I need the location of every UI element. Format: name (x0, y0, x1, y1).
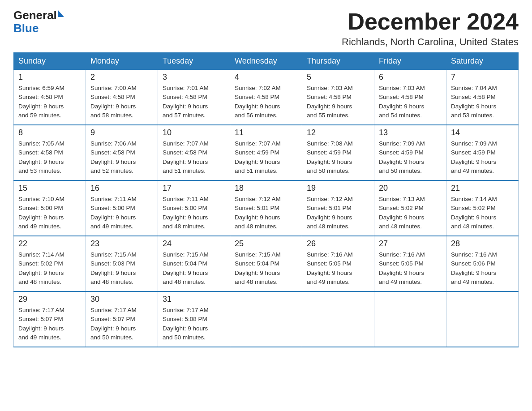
day-number: 6 (379, 73, 442, 82)
day-detail: Sunrise: 7:12 AMSunset: 5:01 PMDaylight:… (307, 195, 369, 231)
day-cell-31: 31Sunrise: 7:17 AMSunset: 5:08 PMDayligh… (158, 291, 230, 347)
day-detail: Sunrise: 7:17 AMSunset: 5:08 PMDaylight:… (163, 306, 225, 342)
day-cell-2: 2Sunrise: 7:00 AMSunset: 4:58 PMDaylight… (86, 70, 158, 125)
logo-blue: Blue (13, 22, 39, 35)
day-number: 2 (90, 73, 153, 82)
day-number: 26 (307, 239, 369, 248)
day-cell-15: 15Sunrise: 7:10 AMSunset: 5:00 PMDayligh… (14, 180, 86, 236)
day-detail: Sunrise: 7:09 AMSunset: 4:59 PMDaylight:… (379, 139, 442, 176)
week-row-1: 1Sunrise: 6:59 AMSunset: 4:58 PMDaylight… (14, 70, 519, 125)
week-row-5: 29Sunrise: 7:17 AMSunset: 5:07 PMDayligh… (14, 291, 519, 347)
weekday-header-friday: Friday (374, 53, 446, 70)
day-number: 23 (90, 239, 153, 248)
day-number: 13 (379, 128, 442, 137)
day-number: 30 (90, 295, 153, 304)
day-cell-26: 26Sunrise: 7:16 AMSunset: 5:05 PMDayligh… (302, 236, 374, 291)
calendar-table: SundayMondayTuesdayWednesdayThursdayFrid… (13, 52, 519, 347)
day-cell-13: 13Sunrise: 7:09 AMSunset: 4:59 PMDayligh… (374, 125, 446, 180)
logo: General Blue (13, 9, 64, 34)
day-cell-1: 1Sunrise: 6:59 AMSunset: 4:58 PMDaylight… (14, 70, 86, 125)
day-cell-22: 22Sunrise: 7:14 AMSunset: 5:02 PMDayligh… (14, 236, 86, 291)
day-cell-27: 27Sunrise: 7:16 AMSunset: 5:05 PMDayligh… (374, 236, 446, 291)
day-cell-25: 25Sunrise: 7:15 AMSunset: 5:04 PMDayligh… (230, 236, 302, 291)
day-cell-17: 17Sunrise: 7:11 AMSunset: 5:00 PMDayligh… (158, 180, 230, 236)
day-detail: Sunrise: 7:06 AMSunset: 4:58 PMDaylight:… (90, 139, 153, 176)
day-cell-24: 24Sunrise: 7:15 AMSunset: 5:04 PMDayligh… (158, 236, 230, 291)
weekday-header-tuesday: Tuesday (158, 53, 230, 70)
day-cell-19: 19Sunrise: 7:12 AMSunset: 5:01 PMDayligh… (302, 180, 374, 236)
day-detail: Sunrise: 7:09 AMSunset: 4:59 PMDaylight:… (451, 139, 514, 176)
weekday-header-thursday: Thursday (302, 53, 374, 70)
day-number: 14 (451, 128, 514, 137)
day-detail: Sunrise: 7:03 AMSunset: 4:58 PMDaylight:… (307, 84, 369, 120)
day-cell-21: 21Sunrise: 7:14 AMSunset: 5:02 PMDayligh… (446, 180, 519, 236)
month-title: December 2024 (342, 9, 519, 34)
page-header: General Blue December 2024 Richlands, No… (13, 9, 519, 48)
day-number: 22 (18, 239, 81, 248)
day-detail: Sunrise: 7:05 AMSunset: 4:58 PMDaylight:… (18, 139, 81, 176)
day-cell-9: 9Sunrise: 7:06 AMSunset: 4:58 PMDaylight… (86, 125, 158, 180)
day-number: 19 (307, 184, 369, 193)
day-detail: Sunrise: 6:59 AMSunset: 4:58 PMDaylight:… (18, 84, 81, 120)
day-number: 21 (451, 184, 514, 193)
day-cell-30: 30Sunrise: 7:17 AMSunset: 5:07 PMDayligh… (86, 291, 158, 347)
day-detail: Sunrise: 7:13 AMSunset: 5:02 PMDaylight:… (379, 195, 442, 231)
day-detail: Sunrise: 7:15 AMSunset: 5:03 PMDaylight:… (90, 250, 153, 287)
weekday-header-row: SundayMondayTuesdayWednesdayThursdayFrid… (14, 53, 519, 70)
weekday-header-monday: Monday (86, 53, 158, 70)
day-detail: Sunrise: 7:00 AMSunset: 4:58 PMDaylight:… (90, 84, 153, 120)
day-number: 7 (451, 73, 514, 82)
day-number: 11 (235, 128, 297, 137)
day-number: 20 (379, 184, 442, 193)
week-row-2: 8Sunrise: 7:05 AMSunset: 4:58 PMDaylight… (14, 125, 519, 180)
day-cell-23: 23Sunrise: 7:15 AMSunset: 5:03 PMDayligh… (86, 236, 158, 291)
weekday-header-wednesday: Wednesday (230, 53, 302, 70)
title-area: December 2024 Richlands, North Carolina,… (342, 9, 519, 48)
day-detail: Sunrise: 7:10 AMSunset: 5:00 PMDaylight:… (18, 195, 81, 231)
day-cell-11: 11Sunrise: 7:07 AMSunset: 4:59 PMDayligh… (230, 125, 302, 180)
day-cell-29: 29Sunrise: 7:17 AMSunset: 5:07 PMDayligh… (14, 291, 86, 347)
day-number: 12 (307, 128, 369, 137)
day-detail: Sunrise: 7:01 AMSunset: 4:58 PMDaylight:… (163, 84, 225, 120)
day-detail: Sunrise: 7:15 AMSunset: 5:04 PMDaylight:… (163, 250, 225, 287)
empty-cell (302, 291, 374, 347)
day-cell-10: 10Sunrise: 7:07 AMSunset: 4:58 PMDayligh… (158, 125, 230, 180)
day-cell-5: 5Sunrise: 7:03 AMSunset: 4:58 PMDaylight… (302, 70, 374, 125)
day-cell-3: 3Sunrise: 7:01 AMSunset: 4:58 PMDaylight… (158, 70, 230, 125)
day-detail: Sunrise: 7:07 AMSunset: 4:58 PMDaylight:… (163, 139, 225, 176)
location-subtitle: Richlands, North Carolina, United States (342, 36, 519, 48)
day-cell-16: 16Sunrise: 7:11 AMSunset: 5:00 PMDayligh… (86, 180, 158, 236)
empty-cell (374, 291, 446, 347)
day-number: 29 (18, 295, 81, 304)
day-detail: Sunrise: 7:16 AMSunset: 5:05 PMDaylight:… (307, 250, 369, 287)
logo-triangle-icon (58, 10, 64, 17)
day-number: 24 (163, 239, 225, 248)
day-detail: Sunrise: 7:03 AMSunset: 4:58 PMDaylight:… (379, 84, 442, 120)
day-detail: Sunrise: 7:14 AMSunset: 5:02 PMDaylight:… (451, 195, 514, 231)
day-cell-7: 7Sunrise: 7:04 AMSunset: 4:58 PMDaylight… (446, 70, 519, 125)
day-detail: Sunrise: 7:02 AMSunset: 4:58 PMDaylight:… (235, 84, 297, 120)
day-cell-18: 18Sunrise: 7:12 AMSunset: 5:01 PMDayligh… (230, 180, 302, 236)
day-number: 17 (163, 184, 225, 193)
day-cell-12: 12Sunrise: 7:08 AMSunset: 4:59 PMDayligh… (302, 125, 374, 180)
day-detail: Sunrise: 7:11 AMSunset: 5:00 PMDaylight:… (90, 195, 153, 231)
day-cell-28: 28Sunrise: 7:16 AMSunset: 5:06 PMDayligh… (446, 236, 519, 291)
day-cell-4: 4Sunrise: 7:02 AMSunset: 4:58 PMDaylight… (230, 70, 302, 125)
day-detail: Sunrise: 7:16 AMSunset: 5:06 PMDaylight:… (451, 250, 514, 287)
day-detail: Sunrise: 7:07 AMSunset: 4:59 PMDaylight:… (235, 139, 297, 176)
day-number: 4 (235, 73, 297, 82)
day-cell-20: 20Sunrise: 7:13 AMSunset: 5:02 PMDayligh… (374, 180, 446, 236)
day-number: 1 (18, 73, 81, 82)
weekday-header-sunday: Sunday (14, 53, 86, 70)
empty-cell (446, 291, 519, 347)
day-number: 18 (235, 184, 297, 193)
logo-general: General (13, 9, 57, 22)
day-cell-14: 14Sunrise: 7:09 AMSunset: 4:59 PMDayligh… (446, 125, 519, 180)
empty-cell (230, 291, 302, 347)
week-row-3: 15Sunrise: 7:10 AMSunset: 5:00 PMDayligh… (14, 180, 519, 236)
day-detail: Sunrise: 7:16 AMSunset: 5:05 PMDaylight:… (379, 250, 442, 287)
day-detail: Sunrise: 7:11 AMSunset: 5:00 PMDaylight:… (163, 195, 225, 231)
day-number: 16 (90, 184, 153, 193)
day-number: 25 (235, 239, 297, 248)
day-number: 15 (18, 184, 81, 193)
